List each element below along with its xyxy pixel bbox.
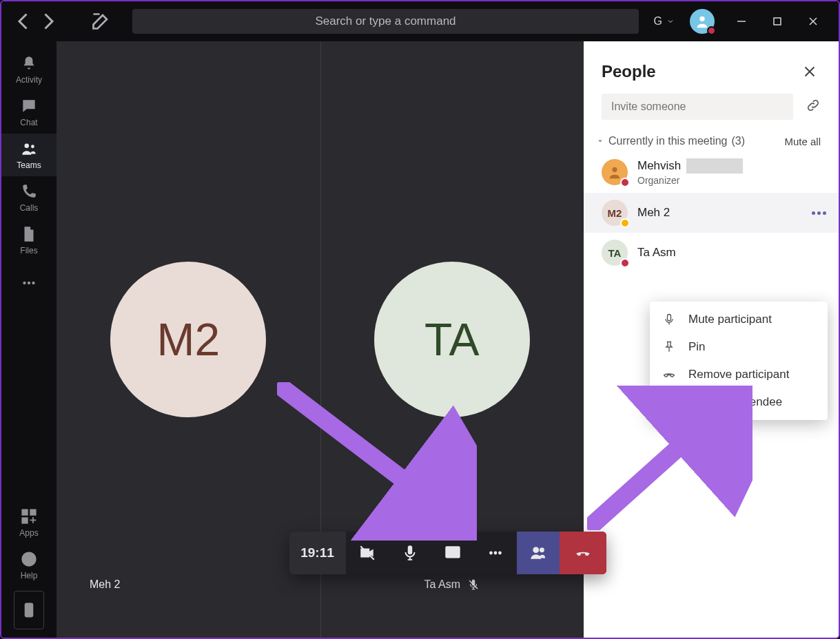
maximize-icon: [772, 17, 782, 26]
mic-toggle-button[interactable]: [389, 532, 431, 574]
participant-row[interactable]: TA Ta Asm: [584, 233, 839, 273]
copy-join-link-button[interactable]: [806, 98, 821, 116]
participant-context-menu: Mute participant Pin Remove participant …: [650, 302, 828, 420]
invite-input[interactable]: [602, 94, 793, 120]
participant-row[interactable]: Mehvish Organizer: [584, 151, 839, 193]
sidebar-item-label: Teams: [17, 160, 41, 170]
show-people-button[interactable]: [517, 532, 560, 574]
svg-point-16: [533, 547, 538, 552]
share-icon: [444, 544, 462, 562]
mic-muted-icon: [467, 578, 480, 591]
window-minimize-button[interactable]: [726, 6, 757, 37]
tile-name-row: Ta Asm: [320, 578, 584, 591]
avatar-circle: M2: [110, 262, 266, 417]
presence-dot: [707, 26, 716, 35]
mobile-icon: [20, 601, 38, 619]
svg-point-2: [25, 143, 30, 148]
bell-icon: [20, 54, 38, 72]
share-screen-button[interactable]: [431, 532, 474, 574]
mic-icon: [662, 313, 676, 326]
svg-point-13: [489, 552, 493, 555]
sidebar-item-chat[interactable]: Chat: [1, 91, 57, 134]
avatar-circle: TA: [374, 262, 530, 417]
chevron-down-icon: [666, 17, 675, 25]
search-input[interactable]: Search or type a command: [132, 9, 639, 34]
window-maximize-button[interactable]: [761, 6, 793, 37]
participant-info: Ta Asm: [637, 246, 676, 260]
close-people-button[interactable]: [799, 61, 821, 83]
section-label: Currently in this meeting: [608, 135, 728, 147]
ctx-label: Make an attendee: [688, 395, 782, 409]
search-placeholder: Search or type a command: [315, 14, 455, 28]
svg-point-4: [23, 282, 25, 284]
svg-point-15: [498, 552, 502, 555]
hangup-icon: [662, 368, 676, 381]
avatar-initials: M2: [156, 313, 220, 366]
camera-toggle-button[interactable]: [346, 532, 389, 574]
svg-point-0: [699, 17, 704, 21]
participant-more-button[interactable]: [812, 211, 826, 215]
tile-name-row: Meh 2: [57, 578, 320, 591]
sidebar-item-files[interactable]: Files: [1, 219, 57, 262]
chevron-left-icon: [11, 9, 36, 34]
sidebar-item-activity[interactable]: Activity: [1, 48, 57, 91]
ctx-pin[interactable]: Pin: [650, 333, 828, 361]
timer-value: 19:11: [300, 545, 334, 561]
redacted-text: [686, 158, 743, 174]
sidebar-item-mobile[interactable]: [14, 591, 44, 629]
mute-all-button[interactable]: Mute all: [784, 136, 821, 147]
sidebar-item-label: Chat: [20, 118, 37, 127]
svg-point-20: [612, 167, 617, 172]
sidebar-item-apps[interactable]: Apps: [1, 501, 57, 544]
more-horizontal-icon: [20, 274, 38, 292]
help-icon: [20, 550, 38, 568]
svg-rect-1: [774, 18, 781, 25]
window-close-button[interactable]: [797, 6, 829, 37]
ctx-mute-participant[interactable]: Mute participant: [650, 306, 828, 333]
chevron-right-icon: [36, 9, 61, 34]
call-timer: 19:11: [289, 532, 346, 574]
camera-off-icon: [358, 544, 376, 562]
tile-name: Ta Asm: [424, 578, 460, 591]
svg-point-17: [540, 548, 543, 552]
caret-down-icon[interactable]: [596, 137, 604, 145]
hangup-button[interactable]: [560, 532, 606, 574]
avatar-initials: TA: [424, 313, 479, 366]
participant-avatar: TA: [602, 240, 628, 266]
user-avatar[interactable]: [690, 9, 715, 34]
teams-icon: [20, 140, 38, 158]
ctx-label: Mute participant: [688, 313, 772, 326]
nav-forward-button[interactable]: [36, 9, 61, 34]
tile-name: Meh 2: [90, 578, 120, 591]
participant-info: Mehvish Organizer: [637, 158, 743, 186]
sidebar-item-label: Files: [20, 246, 37, 255]
participant-name: Mehvish: [637, 158, 743, 174]
participant-name: Meh 2: [637, 206, 670, 220]
compose-button[interactable]: [88, 9, 113, 34]
ctx-label: Remove participant: [688, 368, 789, 381]
sidebar-item-more[interactable]: [1, 262, 57, 304]
presence-badge: [620, 258, 630, 268]
sidebar-item-label: Activity: [16, 75, 42, 85]
svg-point-5: [28, 282, 30, 284]
nav-back-button[interactable]: [11, 9, 36, 34]
sidebar-item-teams[interactable]: Teams: [1, 134, 57, 176]
org-switcher[interactable]: G: [648, 15, 680, 28]
participant-role: Organizer: [637, 175, 743, 186]
close-icon: [803, 65, 816, 78]
more-horizontal-icon: [486, 544, 504, 562]
close-icon: [808, 17, 818, 26]
svg-point-6: [32, 282, 34, 284]
participant-tile[interactable]: M2 Meh 2: [57, 41, 320, 638]
sidebar-item-calls[interactable]: Calls: [1, 176, 57, 219]
meeting-main: M2 Meh 2 TA Ta Asm 19:11: [57, 41, 839, 638]
participant-info: Meh 2: [637, 206, 670, 220]
call-controls: 19:11: [289, 532, 606, 574]
more-actions-button[interactable]: [474, 532, 517, 574]
svg-point-14: [493, 552, 497, 555]
participant-name: Ta Asm: [637, 246, 676, 260]
ctx-remove-participant[interactable]: Remove participant: [650, 361, 828, 388]
sidebar-item-help[interactable]: Help: [1, 544, 57, 587]
ctx-make-attendee[interactable]: Make an attendee: [650, 388, 828, 416]
participant-row[interactable]: M2 Meh 2: [584, 193, 839, 233]
